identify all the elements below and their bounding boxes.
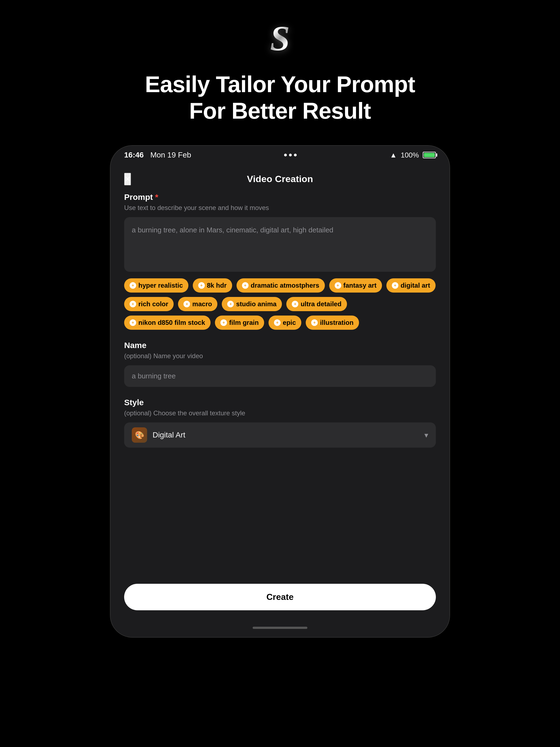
logo-letter: S — [270, 18, 290, 59]
prompt-section: Prompt * Use text to describe your scene… — [124, 192, 436, 272]
status-time: 16:46 — [124, 151, 144, 159]
prompt-hint: Use text to describe your scene and how … — [124, 204, 436, 212]
tag-label: studio anima — [236, 300, 276, 308]
status-bar: 16:46 Mon 19 Feb ▲ 100% — [110, 146, 450, 163]
wifi-icon: ▲ — [390, 151, 397, 159]
battery-icon — [423, 152, 436, 158]
top-bar: × Video Creation — [124, 171, 436, 192]
tag-ultra-detailed[interactable]: + ultra detailed — [286, 297, 347, 311]
tag-macro[interactable]: + macro — [178, 297, 218, 311]
tag-label: dramatic atmostphers — [251, 282, 320, 289]
tag-label: macro — [192, 300, 212, 308]
tags-container: + hyper realistic + 8k hdr + dramatic at… — [124, 278, 436, 330]
style-section: Style (optional) Choose the overall text… — [124, 398, 436, 447]
tag-add-icon: + — [335, 282, 341, 289]
home-bar — [253, 627, 307, 629]
style-dropdown[interactable]: 🎨 Digital Art ▾ — [124, 422, 436, 447]
tag-nikon[interactable]: + nikon d850 film stock — [124, 315, 210, 330]
phone-content: × Video Creation Prompt * Use text to de… — [110, 163, 450, 573]
name-section: Name (optional) Name your video a burnin… — [124, 341, 436, 387]
create-button[interactable]: Create — [124, 584, 436, 610]
tag-digital-art[interactable]: + digital art — [386, 278, 436, 292]
app-logo: S — [258, 17, 302, 60]
prompt-input[interactable]: a burning tree, alone in Mars, cinematic… — [124, 217, 436, 272]
chevron-down-icon: ▾ — [424, 431, 428, 440]
tag-add-icon: + — [130, 282, 136, 289]
tag-add-icon: + — [130, 319, 136, 326]
tag-epic[interactable]: + epic — [269, 315, 301, 330]
tag-add-icon: + — [392, 282, 399, 289]
name-input[interactable]: a burning tree — [124, 365, 436, 387]
tag-label: ultra detailed — [301, 300, 341, 308]
tag-fantasy-art[interactable]: + fantasy art — [329, 278, 382, 292]
battery-percent: 100% — [401, 151, 419, 159]
style-left: 🎨 Digital Art — [132, 428, 185, 443]
tag-add-icon: + — [130, 301, 136, 307]
tag-label: nikon d850 film stock — [138, 319, 205, 327]
tag-label: illustration — [320, 319, 354, 327]
style-avatar: 🎨 — [132, 428, 147, 443]
status-center-dots — [284, 154, 297, 156]
tag-film-grain[interactable]: + film grain — [215, 315, 264, 330]
tag-add-icon: + — [242, 282, 249, 289]
prompt-label: Prompt * — [124, 192, 436, 202]
screen-title: Video Creation — [247, 174, 313, 184]
home-indicator — [110, 621, 450, 637]
name-label: Name — [124, 341, 436, 350]
tag-label: film grain — [229, 319, 259, 327]
create-button-area: Create — [110, 573, 450, 621]
tag-add-icon: + — [227, 301, 234, 307]
tag-label: hyper realistic — [138, 282, 183, 289]
tag-rich-color[interactable]: + rich color — [124, 297, 174, 311]
style-hint: (optional) Choose the overall texture st… — [124, 409, 436, 417]
status-right: ▲ 100% — [390, 151, 436, 159]
tag-label: digital art — [401, 282, 430, 289]
tag-add-icon: + — [292, 301, 298, 307]
status-date: Mon 19 Feb — [150, 151, 191, 159]
tag-add-icon: + — [183, 301, 190, 307]
tag-8k-hdr[interactable]: + 8k hdr — [193, 278, 232, 292]
tag-illustration[interactable]: + illustration — [306, 315, 359, 330]
name-hint: (optional) Name your video — [124, 352, 436, 360]
tag-add-icon: + — [311, 319, 318, 326]
tag-hyper-realistic[interactable]: + hyper realistic — [124, 278, 188, 292]
spacer — [124, 447, 436, 557]
tag-label: rich color — [138, 300, 168, 308]
tag-add-icon: + — [221, 319, 227, 326]
phone-mockup: 16:46 Mon 19 Feb ▲ 100% × Video Creation… — [110, 146, 450, 637]
tag-add-icon: + — [198, 282, 205, 289]
style-label: Style — [124, 398, 436, 407]
close-button[interactable]: × — [124, 173, 131, 185]
tag-add-icon: + — [274, 319, 281, 326]
tag-studio-anima[interactable]: + studio anima — [222, 297, 282, 311]
style-name: Digital Art — [153, 431, 185, 439]
tag-label: epic — [283, 319, 296, 327]
tag-label: 8k hdr — [207, 282, 227, 289]
tag-label: fantasy art — [343, 282, 377, 289]
tag-dramatic[interactable]: + dramatic atmostphers — [236, 278, 325, 292]
page-headline: Easily Tailor Your Prompt For Better Res… — [145, 71, 415, 124]
